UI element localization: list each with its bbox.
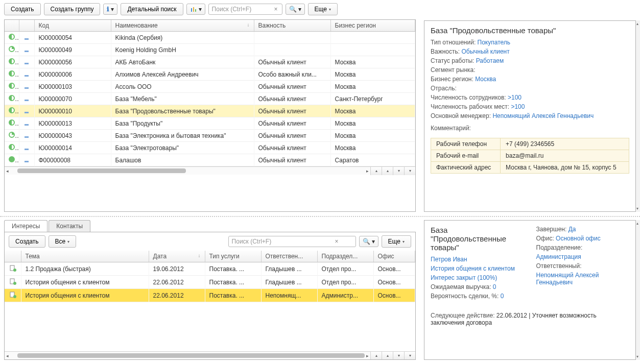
col-date[interactable]: Дата↓: [149, 251, 205, 262]
chevron-down-icon: ▾: [402, 239, 405, 244]
expected-label: Ожидаемая выручка:: [431, 283, 491, 290]
table-row[interactable]: История общения с клиентом 22.06.2012 По…: [5, 289, 415, 302]
region-cell: Москва: [330, 56, 415, 68]
more-button[interactable]: Еще ▾: [308, 3, 338, 15]
work-status-link[interactable]: Работаем: [476, 57, 504, 64]
report-dropdown-button[interactable]: ▾: [186, 4, 205, 15]
contacts-table: Рабочий телефон+7 (499) 2346565Рабочий e…: [431, 138, 629, 174]
region-cell: Санкт-Петербург: [330, 93, 415, 105]
relation-type-link[interactable]: Покупатель: [478, 39, 510, 46]
tab-interests[interactable]: Интересы: [4, 220, 48, 232]
scroll-right-button[interactable]: ▸: [365, 168, 370, 174]
scroll-thumb[interactable]: [17, 168, 186, 173]
table-row[interactable]: Ф00000008 Балашов Обычный клиент Саратов: [5, 154, 415, 166]
search-input[interactable]: [211, 5, 272, 13]
info-dropdown-button[interactable]: ℹ ▾: [103, 4, 117, 15]
scroll-down-icon[interactable]: ▾: [636, 206, 638, 211]
col-name[interactable]: Наименование↓: [111, 20, 254, 32]
sub-clear-search-button[interactable]: ×: [333, 238, 341, 245]
sub-search-box[interactable]: ×: [228, 236, 356, 247]
col-topic[interactable]: Тема: [21, 251, 149, 262]
interest-person-link[interactable]: Петров Иван: [431, 256, 467, 263]
col-region[interactable]: Бизнес регион: [330, 20, 415, 32]
staff-link[interactable]: >100: [508, 94, 522, 101]
col-office[interactable]: Офис: [373, 251, 415, 262]
region-cell: Москва: [330, 117, 415, 130]
scroll-right-button[interactable]: ▸: [365, 353, 370, 358]
table-row[interactable]: История общения с клиентом 22.06.2012 По…: [5, 276, 415, 289]
filter-all-label: Все: [55, 238, 66, 245]
importance-link[interactable]: Обычный клиент: [461, 48, 509, 55]
pager-first-button[interactable]: ▴: [370, 167, 382, 175]
search-button[interactable]: 🔍 ▾: [286, 4, 305, 15]
scroll-down-icon[interactable]: ▾: [636, 354, 638, 359]
dept-link[interactable]: Администрация: [536, 253, 581, 260]
pager-up-button[interactable]: ▴: [382, 352, 393, 360]
pager-last-button[interactable]: ▾: [404, 352, 415, 360]
table-row[interactable]: Ю00000006 Алхимов Алексей Андреевич Особ…: [5, 68, 415, 81]
completed-value[interactable]: Да: [568, 226, 576, 233]
col-icon[interactable]: [5, 251, 21, 262]
sub-more-button[interactable]: Еще ▾: [382, 235, 411, 248]
chevron-down-icon: ▾: [67, 239, 69, 244]
pager-last-button[interactable]: ▾: [404, 167, 415, 175]
table-row[interactable]: 1.2 Продажа (быстрая) 19.06.2012 Поставк…: [5, 262, 415, 276]
scroll-up-icon[interactable]: ▴: [636, 221, 638, 226]
chevron-down-icon: ▾: [298, 6, 301, 13]
search-box[interactable]: ×: [208, 4, 282, 15]
date-cell: 22.06.2012: [149, 289, 205, 302]
scroll-left-button[interactable]: ◂: [5, 353, 10, 358]
table-row[interactable]: Ю00000014 База "Электротовары" Обычный к…: [5, 142, 415, 154]
clear-search-button[interactable]: ×: [272, 6, 280, 13]
col-service[interactable]: Тип услуги: [205, 251, 261, 262]
scroll-thumb[interactable]: [17, 353, 365, 358]
marker-icon: [25, 75, 29, 77]
workplaces-link[interactable]: >100: [511, 103, 525, 110]
col-status[interactable]: [5, 20, 19, 32]
office-link[interactable]: Основной офис: [556, 235, 601, 242]
table-row[interactable]: Ю00000056 АКБ АвтоБанк Обычный клиент Мо…: [5, 56, 415, 68]
filter-all-button[interactable]: Все ▾: [49, 235, 77, 248]
table-row[interactable]: Ю00000054 Kikinda (Сербия): [5, 32, 415, 44]
pager-down-button[interactable]: ▾: [393, 352, 404, 360]
interest-detail-title: База "Продовольственные товары": [431, 226, 524, 252]
resp-link[interactable]: Непомнящий Алексей Геннадьевич: [536, 272, 599, 286]
scroll-up-icon[interactable]: ▴: [636, 21, 638, 26]
detail-search-button[interactable]: Детальный поиск: [121, 3, 183, 15]
sub-create-button[interactable]: Создать: [9, 235, 45, 248]
table-row[interactable]: Ю00000049 Koenig Holding GmbH: [5, 44, 415, 56]
table-row[interactable]: Ю00000010 База "Продовольственные товары…: [5, 105, 415, 117]
table-row[interactable]: Ю00000070 База "Мебель" Обычный клиент С…: [5, 93, 415, 105]
col-marker[interactable]: [19, 20, 34, 32]
col-department[interactable]: Подраздел...: [317, 251, 373, 262]
table-row[interactable]: Ю00000103 Ассоль ООО Обычный клиент Моск…: [5, 81, 415, 93]
right-scrollbar-bottom[interactable]: ▴ ▾: [636, 220, 640, 360]
right-scrollbar[interactable]: ▴ ▾: [636, 20, 640, 212]
scroll-left-button[interactable]: ◂: [5, 168, 10, 174]
interest-status-link[interactable]: Интерес закрыт (100%): [431, 274, 497, 281]
table-row[interactable]: Ю00000013 База "Продукты" Обычный клиент…: [5, 117, 415, 130]
region-link[interactable]: Москва: [475, 76, 496, 83]
prob-value[interactable]: 0: [501, 293, 504, 300]
tab-contacts[interactable]: Контакты: [49, 220, 90, 232]
pager-first-button[interactable]: ▴: [370, 352, 382, 360]
create-button[interactable]: Создать: [4, 3, 41, 15]
expected-value[interactable]: 0: [493, 283, 496, 290]
create-group-button[interactable]: Создать группу: [44, 3, 101, 15]
sub-search-input[interactable]: [231, 237, 333, 246]
status-icon: [9, 144, 15, 150]
pager-up-button[interactable]: ▴: [382, 167, 393, 175]
sub-search-button[interactable]: 🔍 ▾: [359, 236, 378, 247]
importance-label: Важность:: [431, 48, 460, 55]
manager-link[interactable]: Непомнящий Алексей Геннадьевич: [492, 112, 594, 119]
document-icon: [9, 264, 16, 272]
region-cell: Москва: [330, 81, 415, 93]
col-code[interactable]: Код: [34, 20, 111, 32]
marker-icon: [25, 136, 29, 138]
interest-history-link[interactable]: История общения с клиентом: [431, 265, 515, 272]
importance-cell: [254, 44, 330, 56]
col-importance[interactable]: Важность: [254, 20, 330, 32]
col-responsible[interactable]: Ответствен...: [261, 251, 317, 262]
pager-down-button[interactable]: ▾: [393, 167, 404, 175]
table-row[interactable]: Ю00000043 База "Электроника и бытовая те…: [5, 130, 415, 142]
